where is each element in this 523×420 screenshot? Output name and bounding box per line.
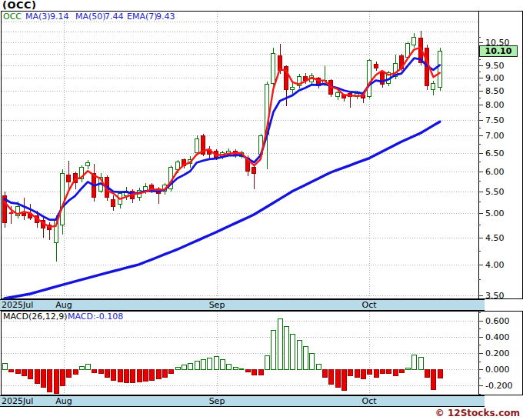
macd-bar <box>130 369 135 382</box>
macd-bar <box>233 367 238 369</box>
macd-bar <box>162 369 167 378</box>
candle <box>381 72 385 88</box>
svg-text:0.200: 0.200 <box>485 348 510 358</box>
candle <box>112 195 115 211</box>
candle <box>431 81 435 95</box>
month-label: Oct <box>361 300 376 310</box>
macd-bar <box>431 369 435 390</box>
macd-bar <box>137 369 142 382</box>
macd-bar <box>284 326 288 369</box>
macd-bar <box>271 330 275 369</box>
macd-bar <box>367 369 371 374</box>
last-price-badge: 10.10 <box>479 45 518 57</box>
macd-bar <box>143 369 148 381</box>
svg-text:6.00: 6.00 <box>485 167 505 177</box>
macd-bar <box>226 365 231 369</box>
macd-bar <box>411 355 416 369</box>
macd-bar <box>2 364 7 369</box>
macd-bar <box>54 369 58 394</box>
macd-histogram <box>2 319 442 394</box>
svg-text:7.50: 7.50 <box>485 115 505 125</box>
candle <box>317 77 321 88</box>
candle <box>271 48 275 85</box>
svg-text:4.00: 4.00 <box>485 260 505 270</box>
candle <box>67 161 71 189</box>
svg-text:0.000: 0.000 <box>485 365 510 375</box>
candle <box>131 189 135 203</box>
legend-ema7-value: 9.43 <box>156 12 175 22</box>
macd-bar <box>418 357 423 369</box>
svg-text:0.600: 0.600 <box>485 316 510 326</box>
month-label: Sep <box>209 300 225 310</box>
watermark: © 12Stocks.com <box>435 408 520 418</box>
macd-bar <box>361 369 365 379</box>
macd-bar <box>124 369 128 382</box>
macd-bar <box>316 365 321 369</box>
macd-bar <box>322 369 327 378</box>
candle <box>368 59 371 98</box>
macd-bar <box>393 369 398 376</box>
macd-bar <box>278 319 282 370</box>
panel-frames <box>1 11 522 395</box>
macd-bar <box>265 355 269 369</box>
macd-bar <box>297 340 301 369</box>
legend-ma3-value: 9.14 <box>50 12 69 22</box>
candle <box>208 146 212 158</box>
month-label: Sep <box>209 396 225 406</box>
macd-bar <box>92 369 96 372</box>
macd-bar <box>309 353 314 369</box>
month-label: Oct <box>361 396 376 406</box>
svg-text:6.50: 6.50 <box>485 148 505 158</box>
svg-text:0.400: 0.400 <box>485 332 510 342</box>
candle <box>336 91 340 99</box>
candle <box>22 198 26 220</box>
month-label: 2025Jul <box>2 300 33 310</box>
svg-text:9.00: 9.00 <box>485 73 505 83</box>
candle <box>202 134 205 156</box>
candle <box>86 160 90 169</box>
macd-bar <box>380 369 385 373</box>
macd-bar <box>73 369 78 374</box>
svg-text:5.00: 5.00 <box>485 208 505 218</box>
macd-bar <box>60 369 65 385</box>
macd-bar <box>386 369 391 373</box>
candle <box>92 164 96 202</box>
macd-bar <box>111 369 115 380</box>
macd-bar <box>258 369 263 375</box>
macd-bar <box>98 369 103 373</box>
macd-bar <box>85 365 90 369</box>
macd-bar <box>341 369 346 391</box>
svg-text:7.00: 7.00 <box>485 131 505 141</box>
svg-text:8.00: 8.00 <box>485 100 505 110</box>
candle <box>298 74 301 88</box>
candle <box>438 48 442 90</box>
legend-ma3-label: MA(3) <box>25 12 51 22</box>
macd-bar <box>149 369 154 380</box>
candle <box>80 165 84 182</box>
macd-bar <box>438 369 442 378</box>
axis-ticks <box>478 37 483 394</box>
svg-text:3.50: 3.50 <box>485 291 505 301</box>
macd-params-label: MACD(26,12,9) <box>3 312 68 322</box>
macd-bar <box>28 369 32 379</box>
month-label: Aug <box>55 396 72 406</box>
macd-bar <box>355 369 359 378</box>
macd-bar <box>405 368 410 369</box>
candle <box>291 82 295 95</box>
candle <box>42 215 45 238</box>
macd-bar <box>201 360 205 370</box>
macd-bar <box>66 369 71 378</box>
macd-bar <box>374 369 378 378</box>
macd-bar <box>22 369 26 376</box>
macd-bar <box>328 369 333 384</box>
macd-bar <box>239 368 244 370</box>
macd-bar <box>118 369 122 382</box>
axis-labels: 3.504.004.505.005.506.006.507.007.508.00… <box>485 38 512 391</box>
time-axis-band-top: 2025JulAugSepOct <box>0 299 485 311</box>
svg-text:-0.200: -0.200 <box>485 381 512 391</box>
macd-bar <box>8 369 13 372</box>
candle <box>3 192 7 228</box>
svg-text:8.50: 8.50 <box>485 86 505 96</box>
macd-bar <box>290 335 295 370</box>
macd-bar <box>168 369 173 373</box>
